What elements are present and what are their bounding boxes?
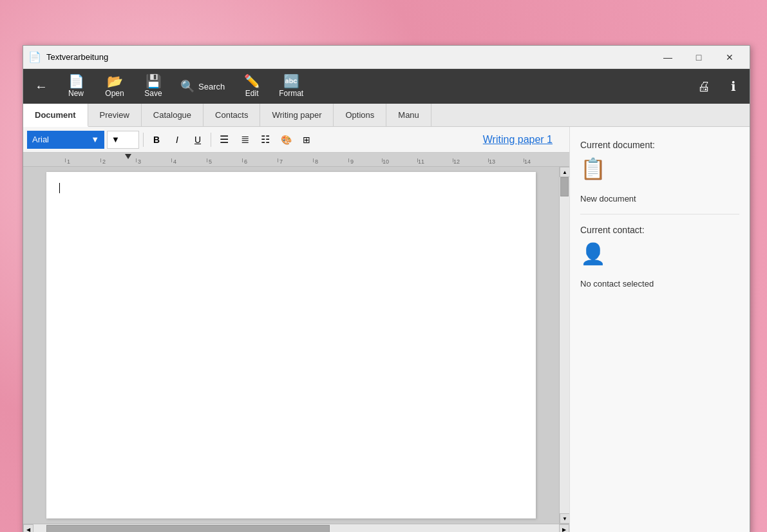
document-icon: 📋	[580, 157, 606, 181]
ruler-mark-3: 3	[138, 158, 141, 165]
italic-button[interactable]: I	[168, 131, 186, 149]
back-icon: ←	[35, 80, 48, 93]
ruler: 1 2 3 4 5 6 7 8 9	[23, 153, 569, 167]
tab-options[interactable]: Options	[334, 104, 386, 126]
vscroll-thumb[interactable]	[560, 177, 569, 196]
bold-button[interactable]: B	[147, 131, 166, 149]
titlebar: 📄 Textverarbeitung — □ ✕	[23, 46, 750, 69]
tab-contacts-label: Contacts	[215, 110, 248, 120]
edit-label: Edit	[245, 89, 259, 98]
ruler-tick-11	[417, 158, 418, 162]
ruler-tick-5	[207, 158, 207, 162]
font-selector[interactable]: Arial ▼	[27, 131, 104, 149]
titlebar-controls: — □ ✕	[653, 48, 744, 67]
ruler-tick-4	[171, 158, 172, 162]
font-name: Arial	[32, 135, 49, 144]
open-icon: 📂	[107, 75, 123, 88]
app-icon: 📄	[28, 51, 41, 64]
hscroll-left-button[interactable]: ◀	[23, 524, 33, 532]
tab-writing-paper-label: Writing paper	[272, 110, 321, 120]
sidebar-divider	[580, 214, 739, 214]
ruler-mark-10: 10	[383, 158, 389, 165]
vscroll-down-button[interactable]: ▼	[560, 513, 569, 524]
current-document-title: Current document:	[580, 140, 739, 150]
insert-button[interactable]: ⊞	[298, 131, 316, 149]
ruler-tick-8	[313, 158, 314, 162]
ruler-tick-14	[524, 158, 524, 162]
font-size-selector[interactable]: ▼	[107, 131, 139, 149]
align-left-icon: ☰	[220, 133, 229, 146]
open-label: Open	[105, 89, 124, 98]
document-scroll: ▲ ▼	[23, 167, 569, 524]
tab-manu-label: Manu	[398, 110, 419, 120]
align-right-button[interactable]: ☷	[256, 131, 274, 149]
save-label: Save	[144, 89, 162, 98]
document-page-wrap[interactable]	[23, 167, 559, 524]
open-button[interactable]: 📂 Open	[95, 69, 134, 104]
color-button[interactable]: 🎨	[277, 131, 295, 149]
ruler-tick-9	[348, 158, 349, 162]
tab-catalogue[interactable]: Catalogue	[142, 104, 204, 126]
maximize-button[interactable]: □	[684, 48, 714, 67]
format-icon: 🔤	[283, 75, 299, 88]
save-button[interactable]: 💾 Save	[134, 69, 173, 104]
edit-button[interactable]: ✏️ Edit	[232, 69, 271, 104]
hscroll-thumb[interactable]	[46, 525, 330, 532]
no-contact-label: No contact selected	[580, 279, 739, 289]
align-center-button[interactable]: ≣	[236, 131, 254, 149]
hscroll-track[interactable]	[33, 524, 559, 532]
close-button[interactable]: ✕	[715, 48, 744, 67]
color-icon: 🎨	[281, 135, 292, 145]
new-document-label: New document	[580, 194, 739, 204]
align-left-button[interactable]: ☰	[215, 131, 233, 149]
print-button[interactable]: 🖨	[690, 73, 717, 100]
ruler-mark-2: 2	[102, 158, 106, 165]
ruler-inner: 1 2 3 4 5 6 7 8 9	[23, 153, 569, 166]
underline-button[interactable]: U	[189, 131, 207, 149]
hscroll-right-button[interactable]: ▶	[559, 524, 569, 532]
new-button[interactable]: 📄 New	[57, 69, 95, 104]
size-dropdown-arrow: ▼	[111, 135, 120, 144]
format-button[interactable]: 🔤 Format	[271, 69, 311, 104]
ruler-mark-12: 12	[453, 158, 460, 165]
vscroll-up-button[interactable]: ▲	[560, 167, 569, 177]
ruler-mark-6: 6	[244, 158, 247, 165]
ruler-mark-11: 11	[418, 158, 424, 165]
horizontal-scrollbar[interactable]: ◀ ▶	[23, 524, 569, 532]
tab-manu[interactable]: Manu	[386, 104, 431, 126]
main-toolbar: ← 📄 New 📂 Open 💾 Save 🔍 Search ✏️ Edit 🔤…	[23, 69, 750, 104]
minimize-button[interactable]: —	[653, 48, 683, 67]
ruler-mark-7: 7	[279, 158, 283, 165]
ruler-tick-6	[242, 158, 243, 162]
main-content: Arial ▼ ▼ B I U ☰ ≣ ☷	[23, 127, 750, 532]
info-button[interactable]: ℹ	[720, 73, 747, 100]
contact-icon: 👤	[580, 242, 606, 266]
ruler-tick-10	[382, 158, 383, 162]
vertical-scrollbar[interactable]: ▲ ▼	[559, 167, 569, 524]
tab-document[interactable]: Document	[23, 104, 88, 127]
tab-catalogue-label: Catalogue	[153, 110, 191, 120]
ruler-mark-14: 14	[524, 158, 531, 165]
tab-contacts[interactable]: Contacts	[204, 104, 260, 126]
ruler-cursor	[125, 154, 131, 159]
ruler-tick-12	[453, 158, 453, 162]
tab-writing-paper[interactable]: Writing paper	[260, 104, 334, 126]
save-icon: 💾	[146, 75, 162, 88]
current-contact-title: Current contact:	[580, 225, 739, 235]
app-window: 📄 Textverarbeitung — □ ✕ ← 📄 New 📂 Open …	[23, 45, 750, 532]
tab-options-label: Options	[345, 110, 374, 120]
search-button[interactable]: 🔍 Search	[173, 69, 232, 104]
tab-document-label: Document	[35, 110, 76, 120]
tab-preview[interactable]: Preview	[88, 104, 142, 126]
back-button[interactable]: ←	[26, 69, 57, 104]
document-icon-row: 📋	[580, 157, 739, 181]
ruler-mark-8: 8	[315, 158, 318, 165]
font-dropdown-arrow: ▼	[91, 135, 99, 144]
vscroll-track[interactable]	[560, 177, 569, 513]
format-toolbar: Arial ▼ ▼ B I U ☰ ≣ ☷	[23, 127, 569, 153]
document-page[interactable]	[46, 172, 536, 518]
document-area: Arial ▼ ▼ B I U ☰ ≣ ☷	[23, 127, 569, 532]
window-title: Textverarbeitung	[46, 52, 653, 62]
align-center-icon: ≣	[241, 133, 249, 146]
format-sep-1	[143, 133, 144, 147]
